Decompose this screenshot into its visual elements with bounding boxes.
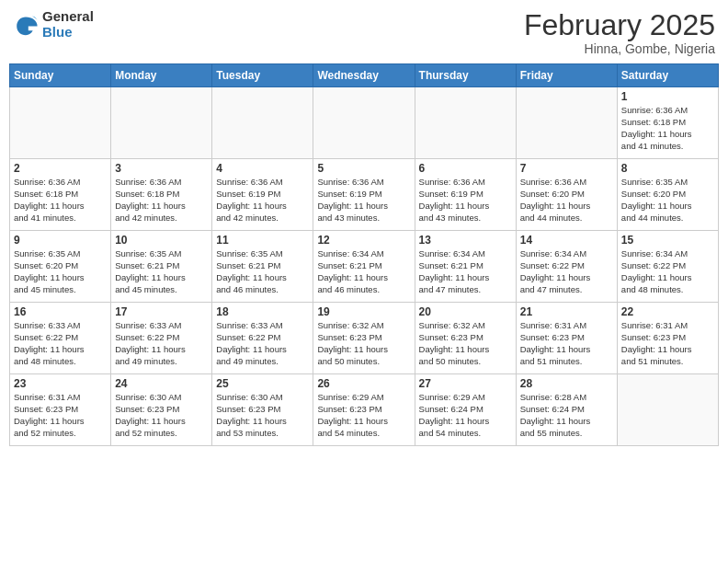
day-info: Sunrise: 6:34 AM Sunset: 6:22 PM Dayligh…: [621, 248, 714, 295]
calendar-cell: 9Sunrise: 6:35 AM Sunset: 6:20 PM Daylig…: [10, 231, 111, 303]
calendar-cell: 18Sunrise: 6:33 AM Sunset: 6:22 PM Dayli…: [212, 303, 313, 374]
day-number: 18: [216, 305, 309, 318]
calendar-cell: 28Sunrise: 6:28 AM Sunset: 6:24 PM Dayli…: [516, 374, 617, 446]
day-info: Sunrise: 6:31 AM Sunset: 6:23 PM Dayligh…: [520, 320, 613, 367]
day-info: Sunrise: 6:35 AM Sunset: 6:21 PM Dayligh…: [216, 248, 309, 295]
day-number: 8: [621, 162, 714, 175]
logo-general-text: General: [42, 9, 94, 25]
day-info: Sunrise: 6:32 AM Sunset: 6:23 PM Dayligh…: [317, 320, 410, 367]
day-info: Sunrise: 6:34 AM Sunset: 6:21 PM Dayligh…: [419, 248, 512, 295]
calendar-cell: 23Sunrise: 6:31 AM Sunset: 6:23 PM Dayli…: [10, 374, 111, 446]
day-number: 4: [216, 162, 309, 175]
day-number: 27: [419, 377, 512, 390]
day-number: 19: [317, 305, 410, 318]
day-info: Sunrise: 6:36 AM Sunset: 6:18 PM Dayligh…: [115, 177, 208, 224]
weekday-header-wednesday: Wednesday: [313, 64, 415, 87]
day-number: 15: [621, 234, 714, 247]
day-number: 26: [317, 377, 410, 390]
day-number: 2: [14, 162, 107, 175]
day-number: 13: [419, 234, 512, 247]
page: General Blue February 2025 Hinna, Gombe,…: [0, 0, 728, 563]
calendar-cell: 14Sunrise: 6:34 AM Sunset: 6:22 PM Dayli…: [516, 231, 617, 303]
calendar-cell: 25Sunrise: 6:30 AM Sunset: 6:23 PM Dayli…: [212, 374, 313, 446]
day-number: 22: [621, 305, 714, 318]
logo-text: General Blue: [42, 9, 94, 40]
week-row-3: 9Sunrise: 6:35 AM Sunset: 6:20 PM Daylig…: [10, 231, 719, 303]
calendar-cell: 21Sunrise: 6:31 AM Sunset: 6:23 PM Dayli…: [516, 303, 617, 374]
day-info: Sunrise: 6:29 AM Sunset: 6:24 PM Dayligh…: [419, 392, 512, 439]
day-number: 17: [115, 305, 208, 318]
week-row-1: 1Sunrise: 6:36 AM Sunset: 6:18 PM Daylig…: [10, 87, 719, 159]
week-row-2: 2Sunrise: 6:36 AM Sunset: 6:18 PM Daylig…: [10, 159, 719, 231]
title-area: February 2025 Hinna, Gombe, Nigeria: [524, 9, 715, 56]
calendar-cell: 7Sunrise: 6:36 AM Sunset: 6:20 PM Daylig…: [516, 159, 617, 231]
location: Hinna, Gombe, Nigeria: [524, 41, 715, 56]
calendar-cell: 27Sunrise: 6:29 AM Sunset: 6:24 PM Dayli…: [415, 374, 516, 446]
month-title: February 2025: [524, 9, 715, 41]
calendar-cell: 24Sunrise: 6:30 AM Sunset: 6:23 PM Dayli…: [111, 374, 212, 446]
day-number: 7: [520, 162, 613, 175]
calendar-cell: [516, 87, 617, 159]
weekday-header-friday: Friday: [516, 64, 617, 87]
calendar-cell: 17Sunrise: 6:33 AM Sunset: 6:22 PM Dayli…: [111, 303, 212, 374]
weekday-header-thursday: Thursday: [415, 64, 516, 87]
day-number: 1: [621, 90, 714, 103]
day-info: Sunrise: 6:33 AM Sunset: 6:22 PM Dayligh…: [14, 320, 107, 367]
day-number: 23: [14, 377, 107, 390]
calendar-cell: 22Sunrise: 6:31 AM Sunset: 6:23 PM Dayli…: [617, 303, 718, 374]
day-number: 28: [520, 377, 613, 390]
day-number: 20: [419, 305, 512, 318]
day-info: Sunrise: 6:29 AM Sunset: 6:23 PM Dayligh…: [317, 392, 410, 439]
day-info: Sunrise: 6:36 AM Sunset: 6:18 PM Dayligh…: [14, 177, 107, 224]
calendar-cell: 8Sunrise: 6:35 AM Sunset: 6:20 PM Daylig…: [617, 159, 718, 231]
calendar-cell: 10Sunrise: 6:35 AM Sunset: 6:21 PM Dayli…: [111, 231, 212, 303]
logo-icon: [13, 12, 39, 38]
day-info: Sunrise: 6:36 AM Sunset: 6:19 PM Dayligh…: [317, 177, 410, 224]
header: General Blue February 2025 Hinna, Gombe,…: [9, 9, 719, 56]
weekday-header-tuesday: Tuesday: [212, 64, 313, 87]
day-info: Sunrise: 6:36 AM Sunset: 6:19 PM Dayligh…: [419, 177, 512, 224]
day-number: 12: [317, 234, 410, 247]
calendar-cell: [617, 374, 718, 446]
day-info: Sunrise: 6:28 AM Sunset: 6:24 PM Dayligh…: [520, 392, 613, 439]
calendar-cell: 5Sunrise: 6:36 AM Sunset: 6:19 PM Daylig…: [313, 159, 415, 231]
day-info: Sunrise: 6:33 AM Sunset: 6:22 PM Dayligh…: [115, 320, 208, 367]
weekday-header-saturday: Saturday: [617, 64, 718, 87]
day-info: Sunrise: 6:30 AM Sunset: 6:23 PM Dayligh…: [115, 392, 208, 439]
week-row-4: 16Sunrise: 6:33 AM Sunset: 6:22 PM Dayli…: [10, 303, 719, 374]
day-number: 10: [115, 234, 208, 247]
day-number: 3: [115, 162, 208, 175]
day-info: Sunrise: 6:35 AM Sunset: 6:21 PM Dayligh…: [115, 248, 208, 295]
weekday-header-monday: Monday: [111, 64, 212, 87]
calendar-cell: [111, 87, 212, 159]
day-info: Sunrise: 6:34 AM Sunset: 6:21 PM Dayligh…: [317, 248, 410, 295]
weekday-header-sunday: Sunday: [10, 64, 111, 87]
calendar-cell: 6Sunrise: 6:36 AM Sunset: 6:19 PM Daylig…: [415, 159, 516, 231]
calendar-cell: 2Sunrise: 6:36 AM Sunset: 6:18 PM Daylig…: [10, 159, 111, 231]
day-info: Sunrise: 6:33 AM Sunset: 6:22 PM Dayligh…: [216, 320, 309, 367]
calendar-cell: 12Sunrise: 6:34 AM Sunset: 6:21 PM Dayli…: [313, 231, 415, 303]
day-number: 9: [14, 234, 107, 247]
day-number: 14: [520, 234, 613, 247]
calendar-cell: 1Sunrise: 6:36 AM Sunset: 6:18 PM Daylig…: [617, 87, 718, 159]
calendar-cell: 26Sunrise: 6:29 AM Sunset: 6:23 PM Dayli…: [313, 374, 415, 446]
logo: General Blue: [13, 9, 94, 40]
calendar-cell: [10, 87, 111, 159]
calendar-cell: 15Sunrise: 6:34 AM Sunset: 6:22 PM Dayli…: [617, 231, 718, 303]
day-info: Sunrise: 6:32 AM Sunset: 6:23 PM Dayligh…: [419, 320, 512, 367]
calendar-cell: 20Sunrise: 6:32 AM Sunset: 6:23 PM Dayli…: [415, 303, 516, 374]
calendar-cell: 16Sunrise: 6:33 AM Sunset: 6:22 PM Dayli…: [10, 303, 111, 374]
day-number: 11: [216, 234, 309, 247]
calendar-cell: 13Sunrise: 6:34 AM Sunset: 6:21 PM Dayli…: [415, 231, 516, 303]
calendar-cell: 4Sunrise: 6:36 AM Sunset: 6:19 PM Daylig…: [212, 159, 313, 231]
day-info: Sunrise: 6:36 AM Sunset: 6:18 PM Dayligh…: [621, 105, 714, 152]
day-info: Sunrise: 6:34 AM Sunset: 6:22 PM Dayligh…: [520, 248, 613, 295]
day-number: 21: [520, 305, 613, 318]
day-info: Sunrise: 6:31 AM Sunset: 6:23 PM Dayligh…: [621, 320, 714, 367]
calendar-cell: [415, 87, 516, 159]
logo-blue-text: Blue: [42, 25, 94, 40]
week-row-5: 23Sunrise: 6:31 AM Sunset: 6:23 PM Dayli…: [10, 374, 719, 446]
day-info: Sunrise: 6:36 AM Sunset: 6:19 PM Dayligh…: [216, 177, 309, 224]
calendar-cell: 3Sunrise: 6:36 AM Sunset: 6:18 PM Daylig…: [111, 159, 212, 231]
day-info: Sunrise: 6:30 AM Sunset: 6:23 PM Dayligh…: [216, 392, 309, 439]
